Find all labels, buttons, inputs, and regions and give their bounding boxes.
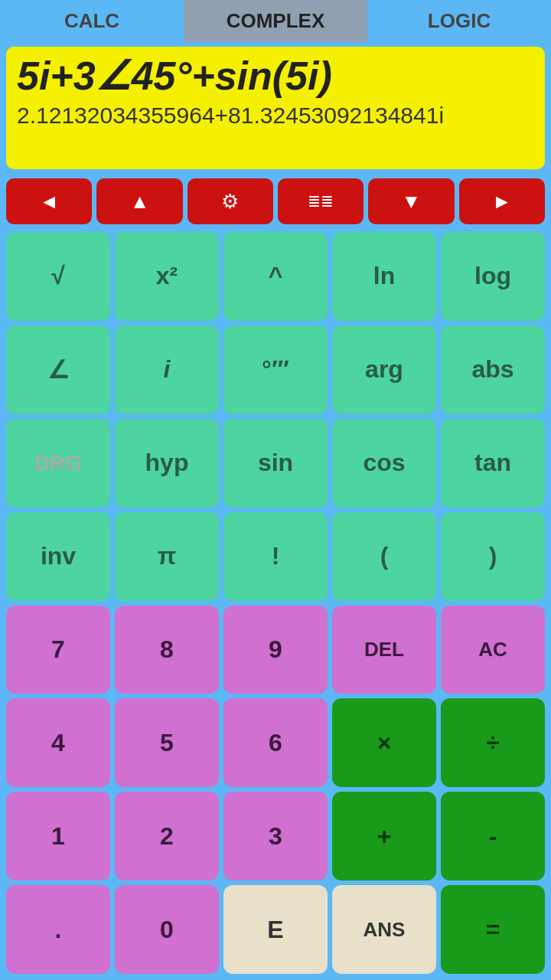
btn-drg[interactable]: DRG bbox=[6, 419, 110, 508]
down-arrow-button[interactable]: ▼ bbox=[368, 178, 454, 224]
btn-ans[interactable]: ANS bbox=[332, 885, 436, 974]
btn-open-paren[interactable]: ( bbox=[332, 512, 436, 601]
expression: 5i+3∠45°+sin(5i) bbox=[17, 54, 534, 98]
calc-grid: √x²^lnlog∠i°′″argabsDRGhypsincostaninvπ!… bbox=[0, 229, 551, 980]
btn-row-7: .0EANS= bbox=[6, 885, 545, 974]
btn-row-1: ∠i°′″argabs bbox=[6, 325, 545, 414]
btn-del[interactable]: DEL bbox=[332, 606, 436, 694]
btn-row-0: √x²^lnlog bbox=[6, 232, 545, 321]
btn-ln[interactable]: ln bbox=[332, 232, 436, 321]
btn-inv[interactable]: inv bbox=[6, 512, 110, 601]
btn-ac[interactable]: AC bbox=[441, 606, 545, 694]
btn-nine[interactable]: 9 bbox=[223, 606, 328, 694]
btn-seven[interactable]: 7 bbox=[6, 606, 110, 694]
btn-three[interactable]: 3 bbox=[223, 792, 328, 880]
btn-imaginary[interactable]: i bbox=[115, 325, 219, 414]
btn-square[interactable]: x² bbox=[115, 232, 219, 321]
btn-degree[interactable]: °′″ bbox=[223, 325, 328, 414]
btn-row-6: 123+- bbox=[6, 792, 545, 880]
btn-row-4: 789DELAC bbox=[6, 606, 545, 694]
settings-button[interactable]: ⚙ bbox=[187, 178, 273, 224]
btn-cos[interactable]: cos bbox=[332, 419, 436, 508]
tab-bar: CALC COMPLEX LOGIC bbox=[0, 0, 551, 42]
menu-button[interactable]: ≣≣ bbox=[278, 178, 364, 224]
btn-five[interactable]: 5 bbox=[115, 698, 219, 787]
btn-log[interactable]: log bbox=[441, 232, 545, 321]
btn-abs[interactable]: abs bbox=[441, 325, 545, 414]
result: 2.12132034355964+81.32453092134841i bbox=[17, 103, 534, 129]
btn-angle[interactable]: ∠ bbox=[6, 325, 110, 414]
btn-zero[interactable]: 0 bbox=[115, 885, 219, 974]
btn-power[interactable]: ^ bbox=[223, 232, 328, 321]
btn-divide[interactable]: ÷ bbox=[441, 698, 545, 787]
btn-eight[interactable]: 8 bbox=[115, 606, 219, 694]
right-arrow-button[interactable]: ► bbox=[459, 178, 545, 224]
btn-four[interactable]: 4 bbox=[6, 698, 110, 787]
btn-decimal[interactable]: . bbox=[6, 885, 110, 974]
btn-tan[interactable]: tan bbox=[441, 419, 545, 508]
btn-one[interactable]: 1 bbox=[6, 792, 110, 880]
btn-close-paren[interactable]: ) bbox=[441, 512, 545, 601]
tab-logic[interactable]: LOGIC bbox=[367, 0, 551, 42]
btn-two[interactable]: 2 bbox=[115, 792, 219, 880]
btn-plus[interactable]: + bbox=[332, 792, 436, 880]
btn-factorial[interactable]: ! bbox=[223, 512, 328, 601]
btn-pi[interactable]: π bbox=[115, 512, 219, 601]
btn-hyp[interactable]: hyp bbox=[115, 419, 219, 508]
tab-calc[interactable]: CALC bbox=[0, 0, 184, 42]
btn-row-2: DRGhypsincostan bbox=[6, 419, 545, 508]
left-arrow-button[interactable]: ◄ bbox=[6, 178, 92, 224]
up-arrow-button[interactable]: ▲ bbox=[96, 178, 182, 224]
control-bar: ◄ ▲ ⚙ ≣≣ ▼ ► bbox=[0, 174, 551, 229]
display: 5i+3∠45°+sin(5i) 2.12132034355964+81.324… bbox=[6, 47, 545, 169]
btn-arg[interactable]: arg bbox=[332, 325, 436, 414]
btn-sin[interactable]: sin bbox=[223, 419, 328, 508]
btn-row-5: 456×÷ bbox=[6, 698, 545, 787]
btn-sqrt[interactable]: √ bbox=[6, 232, 110, 321]
btn-row-3: invπ!() bbox=[6, 512, 545, 601]
tab-complex[interactable]: COMPLEX bbox=[184, 0, 367, 42]
btn-exp[interactable]: E bbox=[223, 885, 328, 974]
btn-equals[interactable]: = bbox=[441, 885, 545, 974]
btn-six[interactable]: 6 bbox=[223, 698, 328, 787]
btn-multiply[interactable]: × bbox=[332, 698, 436, 787]
btn-minus[interactable]: - bbox=[441, 792, 545, 880]
